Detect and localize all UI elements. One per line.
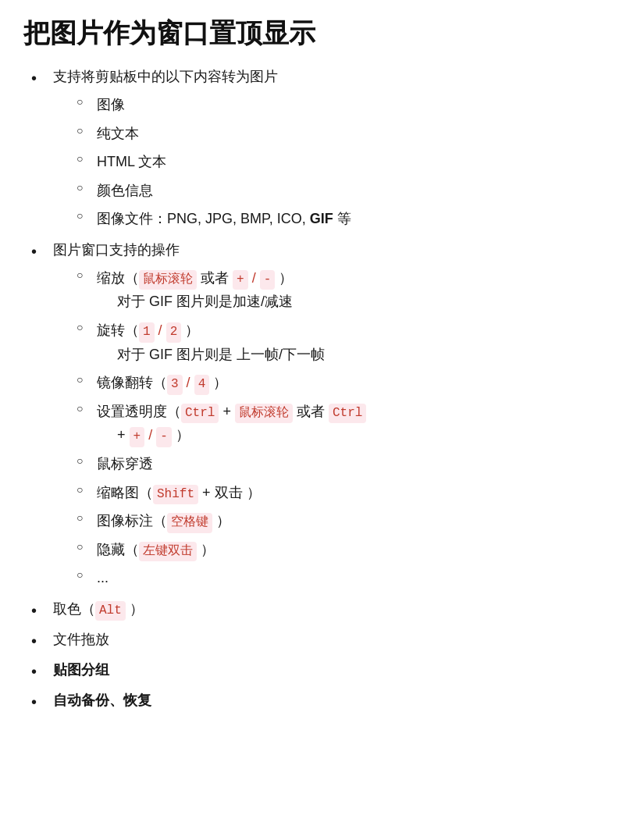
list-item-3: 取色（Alt ） — [31, 598, 607, 621]
item3-text2: ） — [126, 601, 144, 617]
subitem-ellipsis: ... — [77, 566, 607, 590]
subitem-mouse-through: 鼠标穿透 — [77, 452, 607, 476]
sublist-1: 图像 纯文本 HTML 文本 颜色信息 图像文件：PNG, JPG, BMP, … — [53, 93, 607, 231]
item3-text: 取色（ — [53, 601, 95, 617]
subitem-hide: 隐藏（左键双击 ） — [77, 538, 607, 562]
ellipsis-text: ... — [97, 570, 109, 586]
item6-label: 自动备份、恢复 — [53, 692, 151, 708]
annotation-text2: ） — [212, 513, 230, 529]
list-item-4: 文件拖放 — [31, 628, 607, 651]
opacity-text: 设置透明度（ — [97, 404, 181, 419]
rotate-kbd-2: 2 — [166, 322, 182, 343]
sublist-2: 缩放（鼠标滚轮 或者 + / - ） 对于 GIF 图片则是加速/减速 旋转（1… — [53, 266, 607, 590]
list-item-2: 图片窗口支持的操作 缩放（鼠标滚轮 或者 + / - ） 对于 GIF 图片则是… — [31, 239, 607, 590]
main-list: 支持将剪贴板中的以下内容转为图片 图像 纯文本 HTML 文本 颜色信息 图像文… — [23, 66, 607, 712]
subitem-opacity: 设置透明度（Ctrl + 鼠标滚轮 或者 Ctrl + + / - ） — [77, 400, 607, 447]
list-item-6: 自动备份、恢复 — [31, 689, 607, 712]
mirror-text2: ） — [209, 375, 227, 390]
thumbnail-text: 缩略图（ — [97, 485, 153, 500]
mouse-through-text: 鼠标穿透 — [97, 456, 153, 472]
item3-kbd-alt: Alt — [95, 601, 126, 621]
zoom-text3: ） — [275, 270, 293, 286]
subitem-mirror: 镜像翻转（3 / 4 ） — [77, 371, 607, 395]
hide-kbd-lclick: 左键双击 — [139, 542, 197, 562]
zoom-slash: / — [248, 270, 260, 286]
subitem-html: HTML 文本 — [77, 150, 607, 174]
thumbnail-text2: + 双击 ） — [198, 485, 261, 500]
subitem-zoom: 缩放（鼠标滚轮 或者 + / - ） 对于 GIF 图片则是加速/减速 — [77, 266, 607, 314]
page-title: 把图片作为窗口置顶显示 — [23, 16, 607, 50]
opacity-kbd-scroll: 鼠标滚轮 — [235, 404, 293, 424]
item1-label: 支持将剪贴板中的以下内容转为图片 — [53, 69, 278, 84]
subitem-files: 图像文件：PNG, JPG, BMP, ICO, GIF 等 — [77, 207, 607, 231]
item4-label: 文件拖放 — [53, 632, 109, 647]
rotate-text2: ） — [181, 322, 199, 338]
subitem-plaintext: 纯文本 — [77, 122, 607, 146]
opacity-kbd-ctrl2: Ctrl — [329, 404, 366, 424]
zoom-text2: 或者 — [197, 270, 233, 286]
mirror-slash: / — [183, 375, 194, 390]
mirror-text: 镜像翻转（ — [97, 375, 167, 390]
hide-text2: ） — [197, 542, 215, 557]
zoom-kbd-plus: + — [233, 270, 248, 290]
opacity-kbd-minus: - — [156, 427, 172, 447]
subitem-color: 颜色信息 — [77, 179, 607, 203]
list-item-5: 贴图分组 — [31, 659, 607, 682]
list-item-1: 支持将剪贴板中的以下内容转为图片 图像 纯文本 HTML 文本 颜色信息 图像文… — [31, 66, 607, 231]
opacity-slash2: / — [144, 427, 156, 443]
item5-label: 贴图分组 — [53, 662, 109, 678]
opacity-continuation: + + / - ） — [97, 423, 607, 447]
zoom-text: 缩放（ — [97, 270, 139, 286]
rotate-kbd-1: 1 — [139, 322, 155, 343]
rotate-continuation: 对于 GIF 图片则是 上一帧/下一帧 — [97, 343, 607, 367]
annotation-text: 图像标注（ — [97, 513, 167, 529]
opacity-kbd-plus: + — [130, 427, 145, 447]
mirror-kbd-3: 3 — [167, 375, 183, 395]
opacity-text4: ） — [172, 427, 190, 443]
annotation-kbd-space: 空格键 — [167, 513, 212, 533]
opacity-text2: + — [219, 404, 235, 419]
zoom-kbd-mouse: 鼠标滚轮 — [139, 270, 197, 290]
opacity-text3: 或者 — [293, 404, 329, 419]
rotate-text: 旋转（ — [97, 322, 139, 338]
rotate-slash: / — [155, 322, 166, 338]
zoom-continuation: 对于 GIF 图片则是加速/减速 — [97, 290, 607, 314]
subitem-thumbnail: 缩略图（Shift + 双击 ） — [77, 481, 607, 505]
item2-label: 图片窗口支持的操作 — [53, 242, 180, 258]
subitem-rotate: 旋转（1 / 2 ） 对于 GIF 图片则是 上一帧/下一帧 — [77, 319, 607, 366]
opacity-kbd-ctrl: Ctrl — [181, 404, 219, 424]
subitem-image: 图像 — [77, 93, 607, 117]
mirror-kbd-4: 4 — [194, 375, 210, 395]
thumbnail-kbd-shift: Shift — [153, 485, 198, 505]
hide-text: 隐藏（ — [97, 542, 139, 557]
zoom-kbd-minus: - — [260, 270, 276, 290]
subitem-annotation: 图像标注（空格键 ） — [77, 509, 607, 533]
